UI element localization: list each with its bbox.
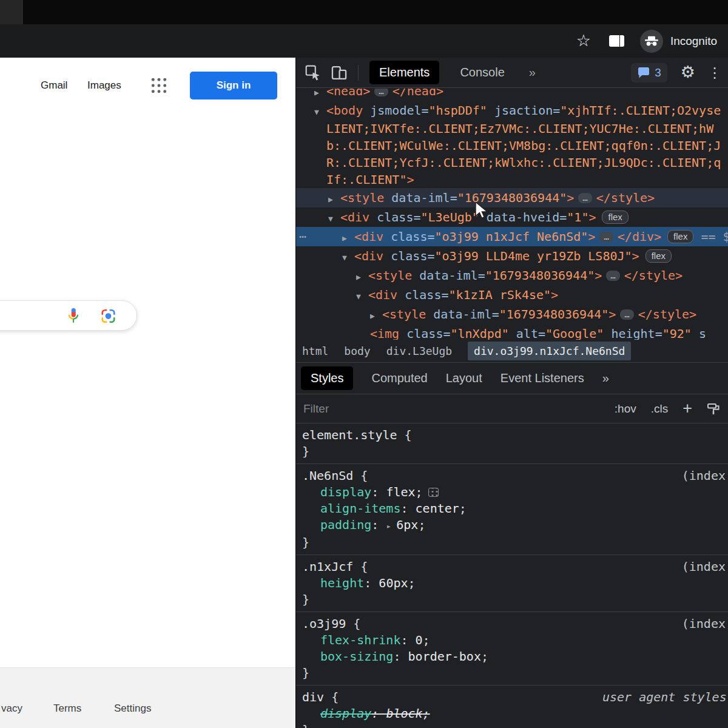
expand-inline-button[interactable]: …: [599, 232, 613, 242]
css-property[interactable]: padding: ▸ 6px;: [296, 517, 728, 534]
tab-elements[interactable]: Elements: [369, 61, 439, 84]
google-apps-icon[interactable]: [150, 77, 167, 94]
dom-row[interactable]: ▶<style data-iml="1679348036944">…</styl…: [296, 266, 728, 285]
expand-inline-button[interactable]: …: [620, 309, 633, 320]
styles-tab-layout[interactable]: Layout: [446, 371, 482, 385]
incognito-avatar-icon[interactable]: [640, 30, 663, 53]
css-property[interactable]: display: block;: [296, 706, 728, 722]
dom-row[interactable]: ▼<div class="k1zIA rSk4se">: [296, 285, 728, 305]
dom-row[interactable]: If:.CLIENT">: [296, 171, 728, 188]
css-property-value[interactable]: 60px: [379, 576, 408, 590]
disclosure-arrow-icon[interactable]: ▶: [328, 190, 340, 209]
toggle-cls-button[interactable]: .cls: [651, 402, 669, 416]
disclosure-arrow-icon[interactable]: ▶: [356, 268, 368, 287]
css-property-value[interactable]: flex: [386, 485, 415, 499]
settings-link[interactable]: Settings: [114, 703, 151, 715]
breadcrumb-item[interactable]: body: [344, 342, 370, 360]
css-property-value[interactable]: 0: [416, 633, 423, 647]
dom-row[interactable]: ▶<style data-iml="1679348036944">…</styl…: [296, 188, 728, 207]
css-property-name[interactable]: align-items: [320, 501, 400, 516]
device-toolbar-icon[interactable]: [330, 64, 348, 81]
css-selector[interactable]: .o3j99: [302, 616, 346, 631]
expand-inline-button[interactable]: …: [374, 89, 388, 96]
disclosure-arrow-icon[interactable]: ▶: [342, 229, 354, 248]
css-property-name[interactable]: padding: [320, 517, 371, 532]
css-property[interactable]: flex-shrink: 0;: [296, 632, 728, 649]
search-box[interactable]: [0, 300, 137, 331]
css-property-value[interactable]: center: [416, 501, 459, 516]
css-property[interactable]: display: flex;: [296, 484, 728, 500]
flex-badge[interactable]: flex: [667, 230, 693, 243]
disclosure-arrow-icon[interactable]: ▼: [356, 287, 368, 306]
css-selector[interactable]: div: [302, 690, 324, 704]
images-link[interactable]: Images: [87, 79, 121, 92]
flex-badge[interactable]: flex: [602, 211, 628, 224]
settings-gear-icon[interactable]: ⚙: [681, 64, 695, 81]
css-property-value[interactable]: 6px: [396, 517, 418, 532]
dom-row-more-button[interactable]: ⋯: [299, 227, 306, 246]
gmail-link[interactable]: Gmail: [41, 79, 67, 92]
sign-in-button[interactable]: Sign in: [190, 72, 277, 99]
styles-filter-input[interactable]: Filter: [303, 402, 329, 416]
css-selector-line[interactable]: .Ne6nSd {(index: [296, 468, 728, 484]
flex-editor-icon[interactable]: [428, 488, 439, 497]
more-tabs-chevron[interactable]: »: [529, 66, 536, 79]
styles-tab-styles[interactable]: Styles: [301, 366, 353, 390]
css-selector[interactable]: .n1xJcf: [302, 559, 353, 574]
css-property-value[interactable]: block: [386, 706, 422, 721]
privacy-link[interactable]: vacy: [1, 703, 22, 715]
css-property-name[interactable]: display: [320, 485, 371, 499]
bookmark-star-icon[interactable]: ☆: [576, 33, 591, 49]
flex-badge[interactable]: flex: [645, 249, 672, 263]
dom-row[interactable]: ▶<head>…</head>: [296, 89, 728, 101]
dom-row[interactable]: b:.CLIENT;WCulWe:.CLIENT;VM8bg:.CLIENT;q…: [296, 137, 728, 154]
css-selector-line[interactable]: .n1xJcf {(index: [296, 559, 728, 575]
css-selector[interactable]: .Ne6nSd: [302, 468, 353, 483]
css-property-name[interactable]: display: [320, 706, 371, 721]
toggle-hov-button[interactable]: :hov: [615, 402, 636, 416]
dom-row[interactable]: ▶<style data-iml="1679348036944">…</styl…: [296, 305, 728, 324]
css-selector-line[interactable]: element.style {: [296, 427, 728, 443]
breadcrumb-item[interactable]: div.L3eUgb: [386, 342, 452, 360]
voice-search-icon[interactable]: [66, 308, 81, 327]
css-property-name[interactable]: flex-shrink: [320, 633, 400, 647]
expand-inline-button[interactable]: …: [578, 193, 592, 203]
terms-link[interactable]: Terms: [53, 703, 81, 715]
styles-tab-computed[interactable]: Computed: [371, 371, 427, 385]
disclosure-arrow-icon[interactable]: ▶: [370, 306, 382, 326]
disclosure-arrow-icon[interactable]: ▼: [314, 103, 326, 122]
inspect-element-icon[interactable]: [305, 64, 322, 81]
tab-console[interactable]: Console: [457, 61, 507, 84]
dom-row[interactable]: ▼<div class="L3eUgb" data-hveid="1">flex: [296, 207, 728, 227]
css-selector[interactable]: element.style: [302, 428, 397, 442]
expand-shorthand-arrow[interactable]: ▸: [386, 521, 396, 531]
css-property[interactable]: box-sizing: border-box;: [296, 649, 728, 665]
breadcrumb-selected[interactable]: div.o3j99.n1xJcf.Ne6nSd: [468, 342, 631, 360]
css-property-name[interactable]: box-sizing: [320, 649, 393, 664]
issues-button[interactable]: 3: [631, 63, 667, 83]
stylesheet-link[interactable]: (index: [682, 559, 726, 575]
new-style-rule-button[interactable]: +: [682, 400, 692, 417]
css-selector-line[interactable]: div {user agent styles: [296, 689, 728, 706]
dom-row[interactable]: ▼<div class="o3j99 LLD4me yr19Zb LS80J">…: [296, 246, 728, 266]
stylesheet-link[interactable]: (index: [682, 616, 726, 632]
paint-roller-icon[interactable]: [707, 403, 721, 415]
dom-row[interactable]: LIENT;IVKTfe:.CLIENT;Ez7VMc:.CLIENT;YUC7…: [296, 120, 728, 137]
dom-row[interactable]: <img class="lnXdpd" alt="Google" height=…: [296, 324, 728, 340]
dom-row[interactable]: ▼<body jsmodel="hspDDf" jsaction="xjhTIf…: [296, 101, 728, 120]
css-property[interactable]: align-items: center;: [296, 500, 728, 517]
dom-row[interactable]: R:.CLIENT;YcfJ:.CLIENT;kWlxhc:.CLIENT;JL…: [296, 154, 728, 171]
css-property[interactable]: height: 60px;: [296, 575, 728, 592]
disclosure-arrow-icon[interactable]: ▼: [342, 248, 354, 268]
breadcrumb-item[interactable]: html: [302, 342, 328, 360]
styles-tab--[interactable]: »: [602, 371, 609, 385]
kebab-menu-icon[interactable]: ⋮: [707, 64, 722, 81]
side-panel-icon[interactable]: [609, 35, 624, 47]
dom-row-selected[interactable]: ⋯▶<div class="o3j99 n1xJcf Ne6nSd">…</di…: [296, 227, 728, 246]
css-property-name[interactable]: height: [320, 576, 364, 590]
styles-tab-event-listeners[interactable]: Event Listeners: [500, 371, 584, 385]
expand-inline-button[interactable]: …: [606, 271, 619, 281]
css-property-value[interactable]: border-box: [408, 649, 481, 664]
lens-search-icon[interactable]: [100, 308, 116, 326]
css-selector-line[interactable]: .o3j99 {(index: [296, 616, 728, 632]
